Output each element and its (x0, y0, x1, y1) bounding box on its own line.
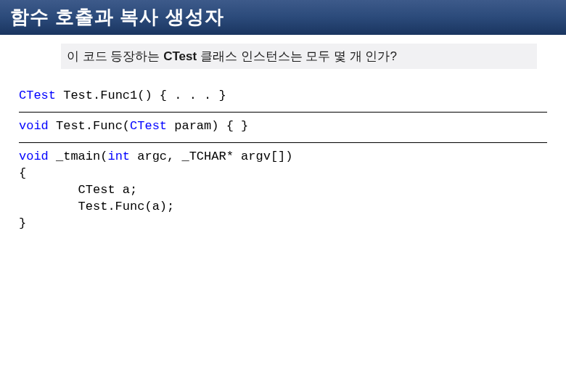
code-text: } (19, 216, 26, 230)
question-banner: 이 코드 등장하는 CTest 클래스 인스턴스는 모두 몇 개 인가? (61, 44, 537, 69)
code-text: Test.Func( (49, 119, 130, 133)
code-area: CTest Test.Func1() { . . . } void Test.F… (19, 88, 547, 238)
divider (19, 142, 547, 143)
keyword-void: void (19, 150, 49, 163)
keyword-ctest: CTest (130, 119, 167, 133)
subhead-wrap: 이 코드 등장하는 CTest 클래스 인스턴스는 모두 몇 개 인가? (0, 35, 566, 69)
code-text: _tmain( (49, 150, 108, 163)
keyword-void: void (19, 119, 49, 133)
keyword-ctest: CTest (19, 89, 56, 102)
subhead-emph: CTest (163, 49, 197, 63)
code-text: Test.Func(a); (19, 200, 174, 213)
code-text: { (19, 166, 26, 180)
code-text: argc, _TCHAR* argv[]) (130, 150, 292, 163)
divider (19, 112, 547, 113)
code-text: param) { } (167, 119, 248, 133)
code-block-3: void _tmain(int argc, _TCHAR* argv[]) { … (19, 149, 547, 238)
code-text: Test.Func1() { . . . } (56, 89, 226, 102)
code-text: CTest a; (19, 183, 137, 197)
subhead-pre: 이 코드 등장하는 (67, 49, 163, 63)
slide-header: 함수 호출과 복사 생성자 (0, 0, 566, 35)
code-block-1: CTest Test.Func1() { . . . } (19, 88, 547, 110)
subhead-post: 클래스 인스턴스는 모두 몇 개 인가? (197, 49, 397, 63)
page-title: 함수 호출과 복사 생성자 (10, 4, 224, 30)
keyword-int: int (107, 150, 130, 163)
code-block-2: void Test.Func(CTest param) { } (19, 118, 547, 141)
